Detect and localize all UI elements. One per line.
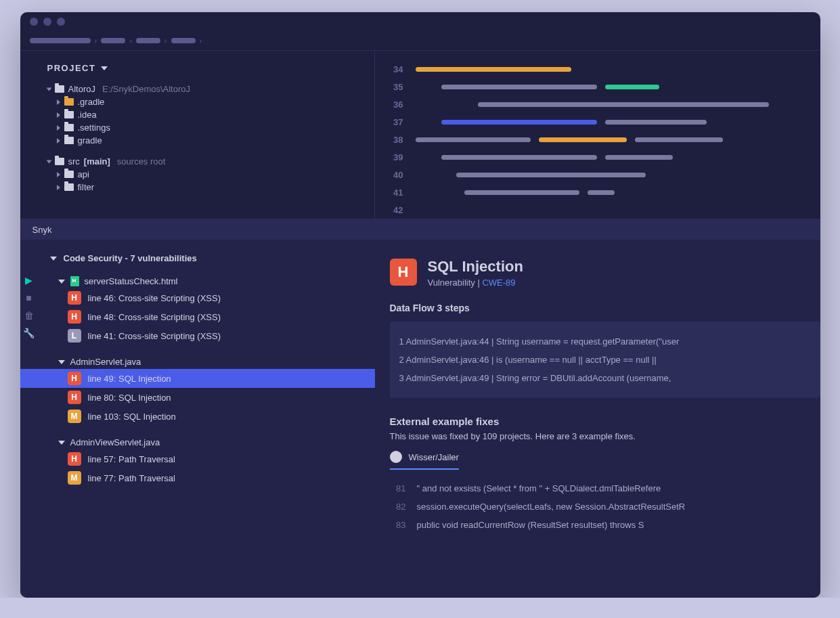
tree-caret-icon	[57, 138, 60, 144]
flow-step[interactable]: 1 AdminServlet.java:44 | String username…	[399, 332, 811, 351]
severity-icon: L	[68, 329, 81, 343]
finding-row[interactable]: Hline 49: SQL Injection	[20, 369, 375, 388]
wrench-icon[interactable]: 🔧	[23, 328, 35, 338]
titlebar	[20, 12, 820, 31]
code-line[interactable]: 42	[387, 201, 808, 219]
cwe-link[interactable]: CWE-89	[482, 278, 515, 288]
code-line[interactable]: 40	[387, 166, 808, 183]
file-icon	[70, 276, 79, 286]
crumb[interactable]	[171, 38, 196, 43]
fix-code-line: 81 " and not exsists (Select * from " + …	[390, 479, 820, 498]
finding-label: line 49: SQL Injection	[88, 374, 171, 384]
chevron-right-icon: ›	[129, 37, 132, 45]
finding-label: line 48: Cross-site Scripting (XSS)	[88, 312, 221, 322]
chevron-right-icon: ›	[200, 37, 202, 45]
severity-icon: H	[68, 391, 81, 404]
fixes-title: External example fixes	[390, 416, 820, 427]
severity-icon: H	[68, 372, 81, 385]
finding-row[interactable]: Hline 80: SQL Injection	[50, 388, 363, 407]
line-number: 37	[387, 117, 403, 127]
fix-code-line: 83 public void readCurrentRow (ResultSet…	[390, 516, 820, 534]
code-line[interactable]: 37	[387, 113, 808, 131]
vulnerability-tree: Code Security - 7 vulnerabilities server…	[20, 240, 375, 598]
tree-item[interactable]: AltoroJE:/SnykDemos\AltoroJ	[47, 83, 362, 95]
snyk-tab-label: Snyk	[32, 225, 52, 235]
play-icon[interactable]: ▶	[25, 275, 32, 286]
code-line[interactable]: 38	[387, 131, 808, 148]
finding-label: line 46: Cross-site Scripting (XSS)	[88, 293, 221, 303]
code-line[interactable]: 39	[387, 148, 808, 166]
severity-icon: H	[68, 291, 81, 305]
file-group-header[interactable]: serverStatusCheck.html	[58, 274, 363, 288]
finding-row[interactable]: Mline 103: SQL Injection	[50, 407, 363, 426]
trash-icon[interactable]: 🗑	[24, 310, 34, 321]
vulnerability-title: SQL Injection	[428, 259, 523, 275]
line-number: 39	[387, 152, 403, 162]
window-dot[interactable]	[57, 18, 65, 26]
fix-code: 81 " and not exsists (Select * from " + …	[390, 479, 820, 534]
finding-label: line 77: Path Traversal	[88, 473, 175, 483]
tree-label: .gradle	[78, 97, 105, 107]
finding-row[interactable]: Hline 48: Cross-site Scripting (XSS)	[50, 307, 363, 326]
tree-item[interactable]: gradle	[47, 134, 362, 147]
tree-caret-icon	[46, 87, 51, 91]
security-header-label: Code Security - 7 vulnerabilities	[64, 253, 197, 263]
finding-label: line 80: SQL Injection	[88, 393, 171, 403]
severity-icon: H	[68, 452, 81, 466]
finding-row[interactable]: Hline 46: Cross-site Scripting (XSS)	[50, 288, 363, 307]
finding-label: line 41: Cross-site Scripting (XSS)	[88, 331, 221, 341]
tree-label: .settings	[78, 123, 110, 133]
file-group-header[interactable]: AdminServlet.java	[58, 355, 363, 369]
window-dot[interactable]	[43, 18, 51, 26]
crumb[interactable]	[101, 38, 125, 43]
file-name: AdminServlet.java	[70, 357, 141, 367]
tool-strip: ▶ ■ 🗑 🔧	[20, 269, 38, 338]
fix-code-line: 82session.executeQuery(selectLeafs, new …	[390, 498, 820, 516]
tree-item[interactable]: api	[47, 168, 362, 181]
flow-step[interactable]: 3 AdminServlet.java:49 | String error = …	[399, 369, 811, 387]
project-panel: PROJECT AltoroJE:/SnykDemos\AltoroJ.grad…	[20, 51, 375, 219]
snyk-tab[interactable]: Snyk	[20, 219, 820, 240]
chevron-down-icon	[58, 360, 65, 364]
github-icon	[390, 451, 402, 463]
code-line[interactable]: 34	[387, 60, 808, 78]
security-header[interactable]: Code Security - 7 vulnerabilities	[50, 253, 363, 263]
folder-icon	[64, 137, 74, 144]
stop-icon[interactable]: ■	[26, 292, 31, 303]
crumb[interactable]	[136, 38, 160, 43]
file-group-header[interactable]: AdminViewServlet.java	[58, 435, 363, 449]
finding-row[interactable]: Mline 77: Path Traversal	[50, 468, 363, 487]
line-number: 42	[387, 205, 403, 215]
finding-label: line 57: Path Traversal	[88, 454, 175, 464]
tree-label: src	[68, 156, 80, 167]
tree-label: .idea	[78, 110, 97, 120]
code-line[interactable]: 35	[387, 78, 808, 95]
chevron-down-icon	[50, 257, 57, 261]
vulnerability-detail: H SQL Injection Vulnerability | CWE-89 D…	[375, 240, 820, 598]
finding-row[interactable]: Hline 57: Path Traversal	[50, 449, 363, 468]
fix-repo-link[interactable]: Wisser/Jailer	[390, 451, 459, 470]
project-header[interactable]: PROJECT	[47, 63, 362, 73]
finding-row[interactable]: Lline 41: Cross-site Scripting (XSS)	[50, 326, 363, 345]
tree-item[interactable]: .idea	[47, 108, 362, 121]
code-line[interactable]: 36	[387, 95, 808, 113]
flow-step[interactable]: 2 AdminServlet.java:46 | is (username ==…	[399, 351, 811, 369]
tree-item[interactable]: .gradle	[47, 95, 362, 108]
severity-icon: M	[68, 471, 81, 485]
severity-badge: H	[390, 259, 417, 286]
folder-icon	[64, 171, 74, 178]
tree-item[interactable]: src [main] sources root	[47, 155, 362, 168]
tree-caret-icon	[57, 112, 60, 118]
window-dot[interactable]	[30, 18, 38, 26]
severity-icon: H	[68, 310, 81, 324]
line-number: 36	[387, 100, 403, 110]
code-editor[interactable]: 343536373839404142	[375, 51, 820, 219]
finding-label: line 103: SQL Injection	[88, 412, 176, 422]
crumb[interactable]	[30, 38, 91, 43]
line-number: 34	[387, 64, 403, 74]
project-header-label: PROJECT	[47, 63, 96, 73]
file-name: AdminViewServlet.java	[70, 437, 160, 447]
tree-item[interactable]: .settings	[47, 121, 362, 134]
tree-item[interactable]: filter	[47, 181, 362, 194]
code-line[interactable]: 41	[387, 183, 808, 201]
